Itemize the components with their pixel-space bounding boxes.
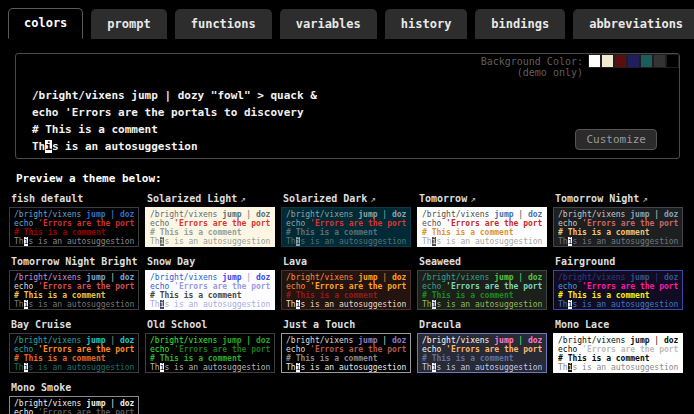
- theme-card-tomorrow-night[interactable]: /bright/vixens jump | dozy "fowl" > quac…: [553, 207, 683, 247]
- card-line-command: /bright/vixens jump | dozy "fowl" > quac…: [14, 210, 134, 219]
- preview-heading: Preview a theme below:: [16, 172, 694, 185]
- card-line-autosuggestion: This is an autosuggestion: [558, 237, 678, 246]
- card-line-command: /bright/vixens jump | dozy "fowl" > quac…: [150, 273, 270, 282]
- tab-variables[interactable]: variables: [280, 9, 377, 39]
- theme-card-solarized-light[interactable]: /bright/vixens jump | dozy "fowl" > quac…: [145, 207, 275, 247]
- card-line-echo: echo 'Errors are the portals to discover…: [14, 345, 134, 354]
- card-line-echo: echo 'Errors are the portals to discover…: [422, 219, 542, 228]
- card-line-autosuggestion: This is an autosuggestion: [286, 300, 406, 309]
- theme-title-tomorrow-night-bright: Tomorrow Night Bright↗: [11, 256, 139, 267]
- card-line-comment: # This is a comment: [14, 228, 134, 237]
- tab-functions[interactable]: functions: [175, 9, 272, 39]
- background-color-swatch[interactable]: [627, 54, 640, 68]
- tab-abbreviations[interactable]: abbreviations: [573, 9, 694, 39]
- theme-title-bay-cruise: Bay Cruise: [11, 319, 139, 330]
- terminal-cursor: i: [45, 140, 52, 153]
- theme-title-solarized-light: Solarized Light↗: [147, 193, 275, 204]
- theme-mono-smoke: Mono Smoke/bright/vixens jump | dozy "fo…: [9, 382, 139, 414]
- theme-title-mono-lace: Mono Lace: [555, 319, 683, 330]
- tab-colors[interactable]: colors: [8, 8, 83, 39]
- card-line-command: /bright/vixens jump | dozy "fowl" > quac…: [558, 273, 678, 282]
- card-line-autosuggestion: This is an autosuggestion: [422, 237, 542, 246]
- theme-just-a-touch: Just a Touch/bright/vixens jump | dozy "…: [281, 319, 411, 373]
- theme-card-lava[interactable]: /bright/vixens jump | dozy "fowl" > quac…: [281, 270, 411, 310]
- theme-title-seaweed: Seaweed: [419, 256, 547, 267]
- card-line-autosuggestion: This is an autosuggestion: [150, 363, 270, 372]
- card-line-echo: echo 'Errors are the portals to discover…: [150, 282, 270, 291]
- theme-title-solarized-dark: Solarized Dark↗: [283, 193, 411, 204]
- theme-grid: fish default/bright/vixens jump | dozy "…: [9, 193, 694, 414]
- theme-card-fish-default[interactable]: /bright/vixens jump | dozy "fowl" > quac…: [9, 207, 139, 247]
- card-line-autosuggestion: This is an autosuggestion: [558, 363, 678, 372]
- card-line-command: /bright/vixens jump | dozy "fowl" > quac…: [286, 336, 406, 345]
- theme-title-tomorrow-night: Tomorrow Night↗: [555, 193, 683, 204]
- external-link-icon[interactable]: ↗: [470, 194, 475, 204]
- theme-solarized-light: Solarized Light↗/bright/vixens jump | do…: [145, 193, 275, 247]
- tab-prompt[interactable]: prompt: [91, 9, 166, 39]
- theme-card-bay-cruise[interactable]: /bright/vixens jump | dozy "fowl" > quac…: [9, 333, 139, 373]
- card-line-comment: # This is a comment: [14, 291, 134, 300]
- card-line-echo: echo 'Errors are the portals to discover…: [422, 282, 542, 291]
- theme-card-dracula[interactable]: /bright/vixens jump | dozy "fowl" > quac…: [417, 333, 547, 373]
- background-color-swatch[interactable]: [666, 54, 679, 68]
- theme-card-seaweed[interactable]: /bright/vixens jump | dozy "fowl" > quac…: [417, 270, 547, 310]
- card-line-command: /bright/vixens jump | dozy "fowl" > quac…: [14, 336, 134, 345]
- theme-title-tomorrow: Tomorrow↗: [419, 193, 547, 204]
- tab-bar: colorspromptfunctionsvariableshistorybin…: [0, 0, 694, 39]
- card-line-echo: echo 'Errors are the portals to discover…: [14, 282, 134, 291]
- card-line-command: /bright/vixens jump | dozy "fowl" > quac…: [422, 336, 542, 345]
- card-line-command: /bright/vixens jump | dozy "fowl" > quac…: [14, 399, 134, 408]
- theme-title-snow-day: Snow Day: [147, 256, 275, 267]
- card-line-autosuggestion: This is an autosuggestion: [286, 237, 406, 246]
- card-line-echo: echo 'Errors are the portals to discover…: [558, 282, 678, 291]
- tab-history[interactable]: history: [385, 9, 468, 39]
- card-line-comment: # This is a comment: [150, 354, 270, 363]
- background-color-swatch[interactable]: [601, 54, 614, 68]
- card-line-echo: echo 'Errors are the portals to discover…: [286, 282, 406, 291]
- card-line-autosuggestion: This is an autosuggestion: [14, 300, 134, 309]
- external-link-icon[interactable]: ↗: [642, 194, 647, 204]
- background-color-labels: Background Color: (demo only): [481, 54, 588, 78]
- theme-card-solarized-dark[interactable]: /bright/vixens jump | dozy "fowl" > quac…: [281, 207, 411, 247]
- card-line-echo: echo 'Errors are the portals to discover…: [286, 345, 406, 354]
- card-line-echo: echo 'Errors are the portals to discover…: [14, 408, 134, 414]
- background-color-swatch[interactable]: [614, 54, 627, 68]
- card-line-comment: # This is a comment: [286, 291, 406, 300]
- card-line-command: /bright/vixens jump | dozy "fowl" > quac…: [150, 336, 270, 345]
- theme-card-just-a-touch[interactable]: /bright/vixens jump | dozy "fowl" > quac…: [281, 333, 411, 373]
- theme-card-tomorrow[interactable]: /bright/vixens jump | dozy "fowl" > quac…: [417, 207, 547, 247]
- card-line-comment: # This is a comment: [558, 354, 678, 363]
- theme-card-mono-lace[interactable]: /bright/vixens jump | dozy "fowl" > quac…: [553, 333, 683, 373]
- theme-card-fairground[interactable]: /bright/vixens jump | dozy "fowl" > quac…: [553, 270, 683, 310]
- theme-mono-lace: Mono Lace/bright/vixens jump | dozy "fow…: [553, 319, 683, 373]
- card-line-command: /bright/vixens jump | dozy "fowl" > quac…: [422, 210, 542, 219]
- background-color-swatch[interactable]: [653, 54, 666, 68]
- theme-card-snow-day[interactable]: /bright/vixens jump | dozy "fowl" > quac…: [145, 270, 275, 310]
- card-line-comment: # This is a comment: [558, 291, 678, 300]
- theme-fish-default: fish default/bright/vixens jump | dozy "…: [9, 193, 139, 247]
- theme-title-old-school: Old School: [147, 319, 275, 330]
- terminal-line-command: /bright/vixens jump | dozy "fowl" > quac…: [32, 87, 679, 104]
- theme-card-mono-smoke[interactable]: /bright/vixens jump | dozy "fowl" > quac…: [9, 396, 139, 414]
- theme-card-tomorrow-night-bright[interactable]: /bright/vixens jump | dozy "fowl" > quac…: [9, 270, 139, 310]
- theme-snow-day: Snow Day/bright/vixens jump | dozy "fowl…: [145, 256, 275, 310]
- customize-button[interactable]: Customize: [575, 129, 657, 150]
- background-color-picker: Background Color: (demo only): [481, 54, 679, 78]
- theme-title-fairground: Fairground: [555, 256, 683, 267]
- card-line-comment: # This is a comment: [150, 291, 270, 300]
- theme-title-mono-smoke: Mono Smoke: [11, 382, 139, 393]
- card-line-command: /bright/vixens jump | dozy "fowl" > quac…: [150, 210, 270, 219]
- theme-card-old-school[interactable]: /bright/vixens jump | dozy "fowl" > quac…: [145, 333, 275, 373]
- card-line-echo: echo 'Errors are the portals to discover…: [422, 345, 542, 354]
- theme-solarized-dark: Solarized Dark↗/bright/vixens jump | doz…: [281, 193, 411, 247]
- background-color-label: Background Color:: [481, 56, 583, 67]
- tab-bindings[interactable]: bindings: [475, 9, 565, 39]
- external-link-icon[interactable]: ↗: [370, 194, 375, 204]
- external-link-icon[interactable]: ↗: [240, 194, 245, 204]
- card-line-command: /bright/vixens jump | dozy "fowl" > quac…: [286, 273, 406, 282]
- card-line-echo: echo 'Errors are the portals to discover…: [150, 219, 270, 228]
- background-color-swatch[interactable]: [640, 54, 653, 68]
- theme-fairground: Fairground/bright/vixens jump | dozy "fo…: [553, 256, 683, 310]
- background-color-swatch[interactable]: [588, 54, 601, 68]
- terminal-line-echo: echo 'Errors are the portals to discover…: [32, 104, 679, 121]
